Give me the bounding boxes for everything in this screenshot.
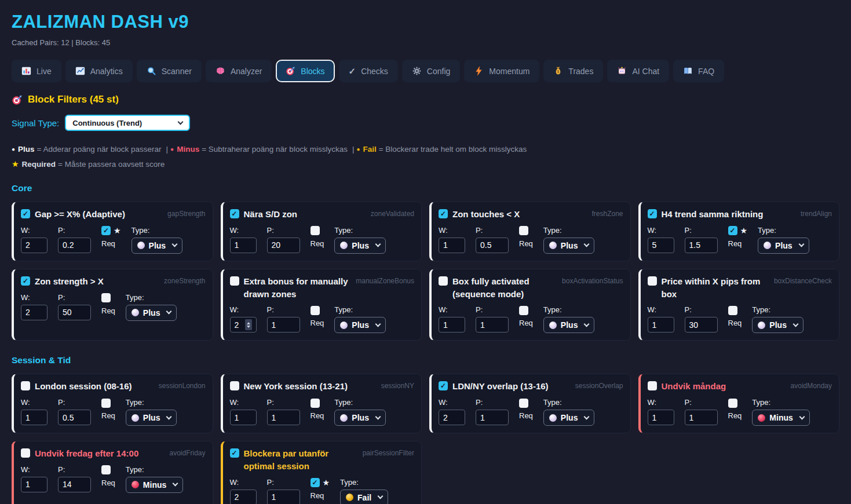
required-checkbox[interactable] (101, 226, 111, 235)
points-input[interactable]: 1 (685, 410, 718, 425)
weight-input[interactable]: 1 (648, 410, 674, 425)
cached-stats: Cached Pairs: 12 | Blocks: 45 (12, 38, 839, 47)
filter-title: Nära S/D zon (244, 208, 366, 221)
filter-enabled-checkbox[interactable] (21, 448, 30, 458)
filter-enabled-checkbox[interactable] (648, 276, 657, 286)
filter-enabled-checkbox[interactable] (648, 209, 657, 218)
points-input[interactable]: 0.5 (476, 238, 509, 253)
weight-input[interactable]: 5 (648, 238, 674, 253)
type-dot-icon (549, 242, 557, 249)
points-label: P: (267, 398, 300, 407)
weight-input[interactable]: 1 (439, 238, 465, 253)
weight-input[interactable]: 1 (21, 410, 48, 425)
legend-term: Required (22, 160, 56, 169)
filter-enabled-checkbox[interactable] (21, 381, 30, 390)
number-spinner[interactable] (245, 319, 252, 330)
type-select[interactable]: Plus (543, 238, 595, 254)
required-checkbox[interactable] (101, 465, 111, 474)
type-select[interactable]: Plus (334, 410, 386, 426)
filter-title: H4 trend samma riktning (662, 208, 796, 221)
type-dot-icon (340, 414, 348, 422)
weight-input[interactable]: 1 (439, 317, 465, 333)
tab-analyzer[interactable]: Analyzer (206, 60, 272, 82)
type-select[interactable]: Plus (334, 238, 386, 254)
type-select[interactable]: Plus (758, 238, 809, 254)
points-input[interactable]: 0.5 (58, 410, 91, 425)
points-input[interactable]: 1 (267, 490, 300, 504)
required-checkbox[interactable] (101, 293, 111, 302)
filter-enabled-checkbox[interactable] (439, 381, 448, 390)
required-checkbox[interactable] (519, 226, 528, 235)
weight-input[interactable]: 2 (21, 238, 48, 253)
required-checkbox[interactable] (311, 399, 320, 408)
weight-input[interactable]: 2 (230, 317, 257, 333)
weight-input[interactable]: 1 (230, 410, 257, 425)
tab-faq[interactable]: FAQ (673, 60, 724, 82)
required-checkbox[interactable] (101, 399, 111, 408)
tab-live[interactable]: Live (12, 60, 61, 82)
weight-input[interactable]: 2 (230, 490, 257, 504)
tab-momentum[interactable]: Momentum (464, 60, 539, 82)
type-select[interactable]: Plus (543, 317, 595, 333)
weight-input[interactable]: 1 (648, 317, 674, 333)
req-label: Req (311, 319, 324, 327)
type-label: Type: (334, 226, 386, 235)
filter-enabled-checkbox[interactable] (230, 276, 239, 286)
filter-enabled-checkbox[interactable] (21, 209, 30, 218)
weight-input[interactable]: 2 (439, 410, 465, 425)
weight-input[interactable]: 1 (21, 477, 48, 492)
tab-trades[interactable]: $ Trades (543, 60, 603, 82)
tab-checks[interactable]: ✓ Checks (339, 60, 398, 82)
points-input[interactable]: 50 (58, 305, 91, 320)
required-checkbox[interactable] (311, 478, 320, 487)
filter-enabled-checkbox[interactable] (648, 381, 657, 390)
points-input[interactable]: 20 (267, 238, 300, 253)
required-checkbox[interactable] (728, 399, 737, 408)
type-select[interactable]: Minus (752, 410, 809, 426)
required-checkbox[interactable] (311, 306, 320, 315)
chevron-down-icon (799, 414, 805, 419)
points-input[interactable]: 30 (685, 317, 718, 333)
type-select[interactable]: Plus (752, 317, 803, 333)
type-select[interactable]: Minus (126, 477, 183, 493)
signal-type-select[interactable]: Continuous (Trend) (65, 115, 190, 131)
type-select[interactable]: Plus (126, 305, 177, 321)
tab-ai-chat[interactable]: AI Chat (607, 60, 669, 82)
points-input[interactable]: 1 (476, 410, 509, 425)
points-input[interactable]: 14 (58, 477, 91, 492)
filter-enabled-checkbox[interactable] (439, 209, 448, 218)
filter-enabled-checkbox[interactable] (230, 381, 239, 390)
tab-analytics[interactable]: Analytics (65, 60, 133, 82)
required-checkbox[interactable] (728, 226, 737, 235)
chevron-down-icon (375, 414, 381, 419)
required-checkbox[interactable] (519, 306, 528, 315)
points-input[interactable]: 0.2 (58, 238, 91, 253)
type-select[interactable]: Fail (340, 490, 388, 504)
type-select[interactable]: Plus (543, 410, 595, 426)
tab-config[interactable]: Config (402, 60, 460, 82)
type-select[interactable]: Plus (126, 410, 177, 426)
points-input[interactable]: 1 (267, 317, 300, 333)
filter-enabled-checkbox[interactable] (230, 209, 239, 218)
points-input[interactable]: 1 (476, 317, 509, 333)
filter-key-label: freshZone (591, 210, 623, 218)
filter-enabled-checkbox[interactable] (439, 276, 448, 286)
blocks-page: ZALIZMAN DASH v9 Cached Pairs: 12 | Bloc… (0, 0, 851, 504)
filter-title: Undvik fredag efter 14:00 (35, 447, 165, 460)
type-select[interactable]: Plus (132, 238, 183, 254)
weight-input[interactable]: 1 (230, 238, 257, 253)
filter-enabled-checkbox[interactable] (21, 276, 30, 286)
required-checkbox[interactable] (728, 306, 737, 315)
tab-scanner[interactable]: Scanner (137, 60, 202, 82)
type-label: Type: (334, 305, 386, 314)
filter-enabled-checkbox[interactable] (230, 448, 239, 458)
points-input[interactable]: 1.5 (685, 238, 718, 253)
type-select[interactable]: Plus (334, 317, 386, 333)
tab-blocks[interactable]: Blocks (276, 60, 334, 82)
weight-input[interactable]: 2 (21, 305, 48, 320)
weight-label: W: (230, 398, 257, 407)
points-input[interactable]: 1 (267, 410, 300, 425)
required-checkbox[interactable] (311, 226, 320, 235)
required-checkbox[interactable] (519, 399, 528, 408)
filter-title: Price within X pips from box (662, 275, 769, 301)
